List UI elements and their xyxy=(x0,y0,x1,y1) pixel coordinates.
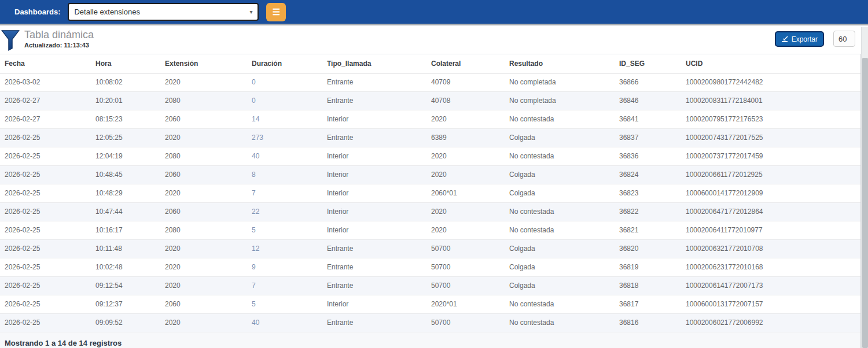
table-cell: 40 xyxy=(247,314,322,332)
table-cell: 2026-03-02 xyxy=(0,73,91,92)
table-cell: 12:05:25 xyxy=(91,129,160,147)
menu-button[interactable]: ☰ xyxy=(266,3,286,21)
table-cell: 2060 xyxy=(160,110,247,129)
table-cell: 36866 xyxy=(615,73,681,92)
column-header[interactable]: Resultado xyxy=(505,54,615,73)
table-cell: 36824 xyxy=(615,166,681,184)
table-cell: 10002006141772007173 xyxy=(681,277,860,295)
table-row: 2026-02-2509:12:3720605Interior2020*01No… xyxy=(0,295,860,314)
table-cell: 10002006321772010708 xyxy=(681,240,860,258)
table-cell: 36819 xyxy=(615,258,681,277)
table-cell: 2020 xyxy=(426,221,505,240)
table-cell: 10:16:17 xyxy=(91,221,160,240)
table-cell: Colgada xyxy=(505,277,615,295)
table-cell: No completada xyxy=(505,92,615,110)
page-size-input[interactable] xyxy=(833,31,855,47)
column-header[interactable]: ID_SEG xyxy=(615,54,681,73)
table-cell: 2026-02-25 xyxy=(0,277,91,295)
table-body: 2026-03-0210:08:0220200Entrante40709No c… xyxy=(0,73,860,332)
table-cell: 2026-02-25 xyxy=(0,184,91,203)
table-cell: 09:12:54 xyxy=(91,277,160,295)
table-cell: 2020 xyxy=(160,314,247,332)
filter-funnel-icon[interactable] xyxy=(1,29,20,53)
column-header[interactable]: Fecha xyxy=(0,54,91,73)
table-cell: 2060 xyxy=(160,295,247,314)
table-cell: 36841 xyxy=(615,110,681,129)
table-row: 2026-02-2510:48:4520608Interior2020Colga… xyxy=(0,166,860,184)
header-row: FechaHoraExtensiónDuraciónTipo_llamadaCo… xyxy=(0,54,860,73)
table-cell: 2080 xyxy=(160,92,247,110)
table-cell: Interior xyxy=(322,203,426,221)
table-row: 2026-02-2510:02:4820209Entrante50700Colg… xyxy=(0,258,860,277)
table-cell: 2020 xyxy=(160,129,247,147)
table-cell: 2026-02-25 xyxy=(0,314,91,332)
table-cell: 10:08:02 xyxy=(91,73,160,92)
table-cell: Entrante xyxy=(322,258,426,277)
table-cell: 50700 xyxy=(426,240,505,258)
table-cell: 40 xyxy=(247,147,322,166)
table-cell: No contestada xyxy=(505,295,615,314)
table-cell: 2060*01 xyxy=(426,184,505,203)
top-navbar: Dashboards: Detalle extensiones ▾ ☰ xyxy=(0,0,868,25)
table-cell: Interior xyxy=(322,295,426,314)
table-cell: No contestada xyxy=(505,221,615,240)
table-cell: Entrante xyxy=(322,92,426,110)
table-cell: 10:11:48 xyxy=(91,240,160,258)
column-header[interactable]: Tipo_llamada xyxy=(322,54,426,73)
export-button[interactable]: Exportar xyxy=(775,31,824,47)
chevron-down-icon: ▾ xyxy=(249,9,252,15)
table-cell: 10006000141772012909 xyxy=(681,184,860,203)
pivot-table: FechaHoraExtensiónDuraciónTipo_llamadaCo… xyxy=(0,54,861,348)
column-header[interactable]: Hora xyxy=(91,54,160,73)
column-header[interactable]: Colateral xyxy=(426,54,505,73)
table-cell: 2026-02-25 xyxy=(0,203,91,221)
panel-title: Tabla dinámica xyxy=(24,29,94,40)
table-cell: Entrante xyxy=(322,129,426,147)
table-cell: Interior xyxy=(322,110,426,129)
table-cell: Colgada xyxy=(505,240,615,258)
column-header[interactable]: Duración xyxy=(247,54,322,73)
table-row: 2026-02-2510:16:1720805Interior2020No co… xyxy=(0,221,860,240)
table-cell: 09:09:52 xyxy=(91,314,160,332)
table-cell: Interior xyxy=(322,166,426,184)
table-cell: 36836 xyxy=(615,147,681,166)
column-header[interactable]: Extensión xyxy=(160,54,247,73)
table-cell: Colgada xyxy=(505,129,615,147)
table-cell: 2026-02-27 xyxy=(0,110,91,129)
updated-timestamp: Actualizado: 11:13:43 xyxy=(24,42,94,49)
table-cell: 10:47:44 xyxy=(91,203,160,221)
table-cell: 50700 xyxy=(426,314,505,332)
table-row: 2026-03-0210:08:0220200Entrante40709No c… xyxy=(0,73,860,92)
table-cell: Colgada xyxy=(505,184,615,203)
column-header[interactable]: UCID xyxy=(681,54,860,73)
table-cell: 7 xyxy=(247,277,322,295)
table-cell: 2026-02-25 xyxy=(0,221,91,240)
hamburger-icon: ☰ xyxy=(273,7,280,17)
table-cell: 22 xyxy=(247,203,322,221)
table-cell: 36846 xyxy=(615,92,681,110)
export-button-label: Exportar xyxy=(792,35,818,43)
table-row: 2026-02-2512:04:19208040Interior2020No c… xyxy=(0,147,860,166)
table-cell: 10:48:29 xyxy=(91,184,160,203)
table-cell: 2020 xyxy=(426,147,505,166)
table-cell: No contestada xyxy=(505,147,615,166)
table-cell: 273 xyxy=(247,129,322,147)
table-cell: 2080 xyxy=(160,221,247,240)
table-cell: 10002006411772010977 xyxy=(681,221,860,240)
dashboard-select-value: Detalle extensiones xyxy=(74,8,139,16)
table-cell: 0 xyxy=(247,92,322,110)
scrollbar-thumb[interactable] xyxy=(862,58,868,348)
table-cell: 10002007951772176523 xyxy=(681,110,860,129)
dashboard-select[interactable]: Detalle extensiones ▾ xyxy=(68,3,259,21)
table-row: 2026-02-2512:05:252020273Entrante6389Col… xyxy=(0,129,860,147)
table-cell: 10002008311772184001 xyxy=(681,92,860,110)
table-cell: 5 xyxy=(247,221,322,240)
table-cell: 10:02:48 xyxy=(91,258,160,277)
table-cell: 36817 xyxy=(615,295,681,314)
table-cell: 40708 xyxy=(426,92,505,110)
table-cell: 10002007431772017525 xyxy=(681,129,860,147)
table-cell: 2026-02-25 xyxy=(0,240,91,258)
table-cell: 2080 xyxy=(160,147,247,166)
table-cell: No contestada xyxy=(505,203,615,221)
vertical-scrollbar[interactable] xyxy=(861,27,868,348)
